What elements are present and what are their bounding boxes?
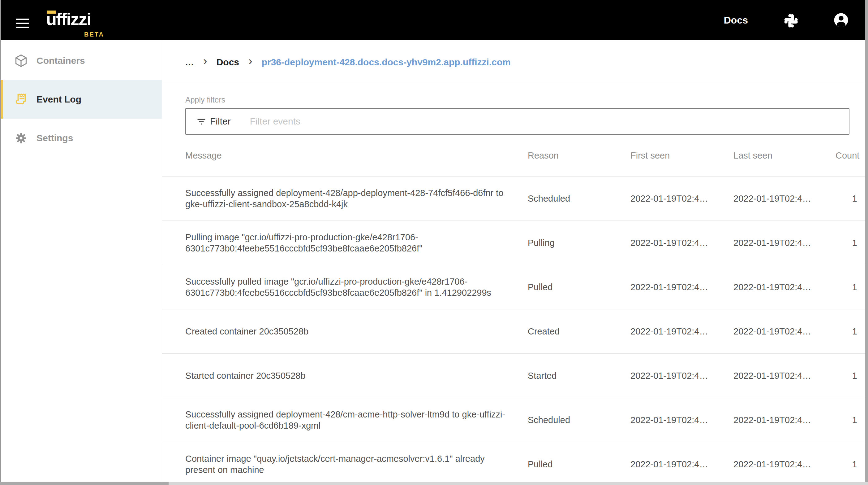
table-row[interactable]: Successfully assigned deployment-428/app… [162,176,865,221]
chevron-right-icon: › [203,56,207,68]
column-header-reason: Reason [528,150,630,161]
uffizzi-logo[interactable]: uffizzi BETA [46,7,108,38]
event-last-seen: 2022-01-19T02:4… [734,326,836,337]
horizontal-scrollbar-thumb[interactable] [0,482,168,485]
table-row[interactable]: Started container 20c350528b Started 202… [162,354,865,398]
event-message: Successfully assigned deployment-428/app… [185,188,528,210]
event-message: Successfully pulled image "gcr.io/uffizz… [185,276,528,298]
filter-input[interactable]: Filter Filter events [185,108,849,135]
filter-placeholder: Filter events [250,116,300,127]
event-first-seen: 2022-01-19T02:4… [630,326,734,337]
event-table-header: Message Reason First seen Last seen Coun… [162,135,865,176]
event-table: Message Reason First seen Last seen Coun… [162,135,865,482]
breadcrumb-current-deployment-link[interactable]: pr36-deployment-428.docs.docs-yhv9m2.app… [262,57,511,67]
event-count: 1 [836,459,857,469]
window-left-border [0,0,1,485]
event-reason: Created [528,326,630,337]
event-reason: Scheduled [528,194,630,204]
column-header-count: Count [836,150,857,161]
event-table-body: Successfully assigned deployment-428/app… [162,176,865,482]
logo-beta-badge: BETA [84,31,104,38]
event-message: Pulling image "gcr.io/uffizzi-pro-produc… [185,232,528,254]
filter-button-label[interactable]: Filter [210,116,231,127]
event-first-seen: 2022-01-19T02:4… [630,415,734,425]
account-icon[interactable] [833,12,849,28]
breadcrumb-ellipsis[interactable]: ... [185,57,194,67]
event-reason: Scheduled [528,415,630,425]
column-header-first-seen: First seen [630,150,734,161]
table-row[interactable]: Pulling image "gcr.io/uffizzi-pro-produc… [162,221,865,265]
horizontal-scrollbar[interactable] [0,482,868,485]
app-bar: uffizzi BETA Docs [0,0,868,40]
cube-icon [14,54,28,68]
event-reason: Pulled [528,459,630,469]
logo-text: uffizzi [46,10,91,28]
column-header-last-seen: Last seen [734,150,836,161]
event-message: Started container 20c350528b [185,370,528,381]
event-reason: Pulled [528,282,630,292]
event-first-seen: 2022-01-19T02:4… [630,459,734,469]
apply-filters-label: Apply filters [185,95,865,104]
event-reason: Started [528,371,630,381]
gear-icon [14,131,28,145]
event-first-seen: 2022-01-19T02:4… [630,282,734,292]
event-message: Created container 20c350528b [185,326,528,337]
docs-link[interactable]: Docs [724,15,748,26]
event-count: 1 [836,194,857,204]
hamburger-menu-icon[interactable] [16,19,29,28]
column-header-message: Message [185,150,528,161]
filter-list-icon [195,115,208,127]
breadcrumb-item-docs[interactable]: Docs [217,57,239,67]
table-row[interactable]: Created container 20c350528b Created 202… [162,309,865,354]
event-count: 1 [836,326,857,337]
event-count: 1 [836,282,857,292]
event-count: 1 [836,238,857,248]
event-count: 1 [836,415,857,425]
table-row[interactable]: Successfully assigned deployment-428/cm-… [162,398,865,442]
sidebar-item-event-log[interactable]: Event Log [1,80,162,119]
event-first-seen: 2022-01-19T02:4… [630,194,734,204]
event-count: 1 [836,371,857,381]
event-reason: Pulling [528,238,630,248]
event-last-seen: 2022-01-19T02:4… [734,415,836,425]
slack-icon[interactable] [781,11,799,29]
main-content: ... › Docs › pr36-deployment-428.docs.do… [162,40,865,482]
event-message: Container image "quay.io/jetstack/cert-m… [185,453,528,476]
table-row[interactable]: Container image "quay.io/jetstack/cert-m… [162,442,865,482]
sidebar-item-containers[interactable]: Containers [1,41,162,80]
sidebar-item-label: Settings [36,133,73,143]
sidebar: Containers Event Log [1,40,162,482]
chevron-right-icon: › [248,56,252,68]
event-last-seen: 2022-01-19T02:4… [734,194,836,204]
event-first-seen: 2022-01-19T02:4… [630,238,734,248]
filter-section: Apply filters Filter Filter events [162,84,865,135]
event-first-seen: 2022-01-19T02:4… [630,371,734,381]
sidebar-item-settings[interactable]: Settings [1,119,162,157]
sidebar-item-label: Event Log [36,94,81,105]
event-last-seen: 2022-01-19T02:4… [734,282,836,292]
event-message: Successfully assigned deployment-428/cm-… [185,409,528,431]
event-last-seen: 2022-01-19T02:4… [734,459,836,469]
receipt-icon [14,92,28,107]
table-row[interactable]: Successfully pulled image "gcr.io/uffizz… [162,265,865,309]
sidebar-item-label: Containers [36,55,85,66]
breadcrumb: ... › Docs › pr36-deployment-428.docs.do… [162,40,865,84]
vertical-scrollbar[interactable] [865,0,868,482]
event-last-seen: 2022-01-19T02:4… [734,238,836,248]
event-last-seen: 2022-01-19T02:4… [734,371,836,381]
